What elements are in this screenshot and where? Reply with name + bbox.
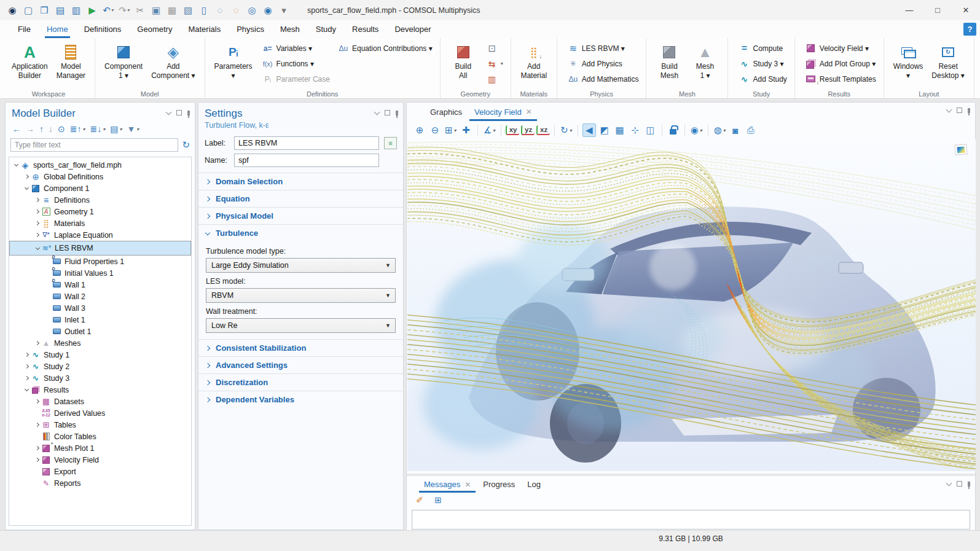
tree-expand-arrow[interactable]	[33, 210, 41, 213]
tree-expand-arrow[interactable]	[22, 187, 31, 189]
customize-toolbar-icon[interactable]: ▾	[276, 3, 291, 18]
clear-selection-icon[interactable]: ◌	[229, 3, 243, 18]
redo-icon[interactable]: ↷▾	[117, 3, 131, 18]
image-settings-button[interactable]: ◉▾	[689, 123, 704, 137]
go-to-view-button[interactable]: ∡▾	[482, 123, 496, 137]
menu-study[interactable]: Study	[308, 20, 344, 38]
tree-item-derived-values[interactable]: 8.85 e-12Derived Values	[9, 407, 191, 419]
find-icon[interactable]: ◉	[261, 3, 275, 18]
panel-float-icon[interactable]	[957, 481, 962, 487]
collapse-all-button[interactable]: ≣↑▾	[68, 124, 87, 134]
delete-icon[interactable]: ▯	[197, 3, 211, 18]
build-mesh-button[interactable]: BuildMesh	[651, 41, 687, 82]
tab-log[interactable]: Log	[521, 476, 547, 493]
menu-geometry[interactable]: Geometry	[129, 20, 180, 38]
dropdown-les-model-[interactable]: RBVM▼	[206, 288, 396, 303]
transparency-toggle[interactable]: ◩	[598, 123, 611, 137]
tab-graphics[interactable]: Graphics	[424, 103, 468, 121]
section-domain-selection[interactable]: Domain Selection	[198, 173, 403, 190]
zoom-box-button[interactable]: ⊞▾	[444, 123, 458, 137]
tree-expand-arrow[interactable]	[33, 423, 41, 426]
velocity-field-menu-button[interactable]: Velocity Field ▾	[802, 41, 879, 56]
save-preview-icon[interactable]: ▥	[69, 3, 84, 18]
variables-button[interactable]: a=Variables ▾	[259, 41, 332, 56]
tree-item-study-2[interactable]: ∿Study 2	[9, 361, 191, 372]
zoom-in-button[interactable]: ⊕	[413, 123, 426, 137]
select-box-icon[interactable]: ◌	[213, 3, 227, 18]
cut-icon[interactable]: ✂	[133, 3, 147, 18]
tree-item-study-3[interactable]: ∿Study 3	[9, 372, 191, 384]
section-equation[interactable]: Equation	[198, 190, 403, 207]
equation-contributions-button[interactable]: ΔuEquation Contributions ▾	[335, 41, 435, 56]
messages-output[interactable]	[412, 510, 970, 530]
panel-float-icon[interactable]	[176, 110, 182, 115]
tree-expand-arrow[interactable]	[22, 365, 31, 368]
show-color-legend-toggle[interactable]: ◫	[644, 123, 657, 137]
add-plot-group-button[interactable]: Add Plot Group ▾	[802, 56, 879, 71]
plot-thumbnail-icon[interactable]	[954, 144, 967, 155]
panel-pin-icon[interactable]	[187, 111, 190, 115]
section-advanced-settings[interactable]: Advanced Settings	[198, 356, 403, 373]
tree-item-export[interactable]: Export	[9, 466, 191, 477]
copy-icon[interactable]: ▣	[149, 3, 163, 18]
tree-expand-arrow[interactable]	[33, 198, 41, 201]
panel-menu-icon[interactable]	[946, 106, 952, 112]
tree-item-sports-car-flow-field-mph[interactable]: ◈sports_car_flow_field.mph	[9, 159, 191, 171]
tree-item-fluid-properties-1[interactable]: Fluid Properties 1	[9, 256, 191, 267]
build-all-button[interactable]: BuildAll	[445, 41, 481, 82]
new-file-icon[interactable]: ▢	[21, 3, 36, 18]
reset-desktop-button[interactable]: ↻ResetDesktop ▾	[927, 41, 968, 82]
panel-pin-icon[interactable]	[968, 108, 970, 113]
filter-input[interactable]	[10, 138, 178, 152]
scene-light-toggle[interactable]: ◀	[582, 123, 596, 137]
tree-item-definitions[interactable]: ≡Definitions	[9, 194, 191, 206]
tree-item-geometry-1[interactable]: AGeometry 1	[9, 206, 191, 217]
back-button[interactable]: ←	[10, 124, 23, 134]
tree-expand-arrow[interactable]	[33, 248, 42, 249]
tree-expand-arrow[interactable]	[33, 447, 41, 450]
menu-physics[interactable]: Physics	[229, 20, 272, 38]
tree-expand-arrow[interactable]	[33, 400, 41, 403]
section-consistent-stabilization[interactable]: Consistent Stabilization	[198, 339, 403, 356]
add-material-button[interactable]: ⣿↓AddMaterial	[516, 41, 552, 82]
tree-item-tables[interactable]: ⊞Tables	[9, 419, 191, 431]
tree-item-component-1[interactable]: Component 1	[9, 182, 191, 194]
tree-item-mesh-plot-1[interactable]: Mesh Plot 1	[9, 442, 191, 454]
tree-expand-arrow[interactable]	[33, 233, 41, 236]
duplicate-icon[interactable]: ▧	[181, 3, 195, 18]
tree-expand-arrow[interactable]	[22, 389, 31, 391]
undo-icon[interactable]: ↶▾	[101, 3, 116, 18]
partition-button[interactable]: ▥	[484, 71, 506, 87]
view-xy-button[interactable]: xy	[506, 125, 519, 135]
open-file-icon[interactable]: ❒	[37, 3, 52, 18]
create-note-button[interactable]: ≡	[384, 137, 397, 149]
tree-item-results[interactable]: Results	[9, 384, 191, 396]
component-1-button[interactable]: Component1 ▾	[100, 41, 147, 82]
save-icon[interactable]: ▤	[53, 3, 68, 18]
section-discretization[interactable]: Discretization	[198, 373, 403, 391]
panel-pin-icon[interactable]	[396, 111, 398, 115]
section-turbulence[interactable]: Turbulence	[198, 224, 403, 241]
tree-item-study-1[interactable]: ∿Study 1	[9, 349, 191, 361]
result-templates-button[interactable]: ↓Result Templates	[802, 71, 879, 87]
model-tree-node-text-button[interactable]: ▤▾	[108, 124, 123, 134]
close-button[interactable]: ✕	[952, 0, 980, 20]
show-grid-toggle[interactable]: ▦	[613, 123, 627, 137]
tree-item-initial-values-1[interactable]: Initial Values 1	[9, 267, 191, 279]
study-3-button[interactable]: ∿Study 3 ▾	[735, 56, 789, 71]
refresh-icon[interactable]: ↻	[182, 139, 190, 150]
menu-definitions[interactable]: Definitions	[76, 20, 130, 38]
dropdown-wall-treatment-[interactable]: Low Re▼	[206, 318, 396, 333]
open-in-window-button[interactable]: ⊞	[431, 493, 445, 507]
filter-button[interactable]: ▼▾	[125, 124, 141, 134]
windows-button[interactable]: Windows▾	[889, 41, 928, 82]
move-up-button[interactable]: ↑	[37, 124, 45, 134]
panel-pin-icon[interactable]	[968, 482, 970, 487]
tree-item-velocity-field[interactable]: Velocity Field	[9, 454, 191, 466]
menu-file[interactable]: File	[10, 20, 39, 38]
run-icon[interactable]: ▶	[85, 3, 100, 18]
view-yz-button[interactable]: yz	[521, 125, 535, 135]
panel-float-icon[interactable]	[957, 107, 962, 113]
les-rbvm-menu-button[interactable]: ≋LES RBVM ▾	[565, 41, 641, 56]
forward-button[interactable]: →	[24, 124, 36, 134]
